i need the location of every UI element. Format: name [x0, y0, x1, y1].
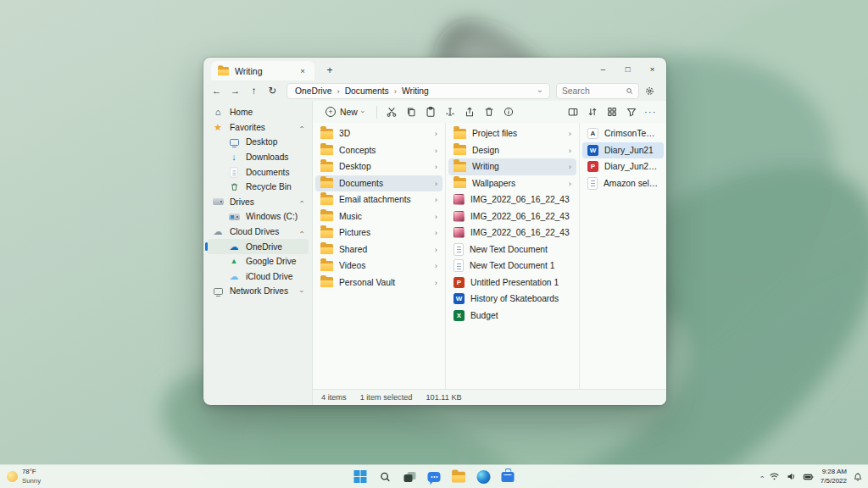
tab-close-icon[interactable]: ×	[297, 65, 309, 77]
tab-title: Writing	[235, 66, 292, 76]
breadcrumb-documents[interactable]: Documents	[345, 86, 389, 96]
sidebar-item-recycle-bin[interactable]: Recycle Bin	[207, 180, 309, 195]
sidebar-item-downloads[interactable]: ↓ Downloads	[207, 150, 309, 165]
sidebar-item-drives[interactable]: Drives ›	[207, 195, 309, 210]
file-row[interactable]: XBudget	[448, 308, 576, 324]
sidebar-item-home[interactable]: ⌂ Home	[207, 105, 309, 120]
breadcrumb[interactable]: OneDrive › Documents › Writing ›	[287, 83, 550, 99]
sidebar-item-windows-c[interactable]: Windows (C:)	[207, 209, 309, 225]
file-row[interactable]: Design›	[448, 142, 576, 159]
breadcrumb-writing[interactable]: Writing	[402, 86, 429, 96]
sidebar-item-google-drive[interactable]: ▲ Google Drive	[207, 254, 309, 269]
start-button[interactable]	[353, 469, 369, 485]
view-icon[interactable]	[603, 103, 620, 121]
taskbar-clock[interactable]: 9:28 AM 7/5/2022	[821, 468, 847, 485]
chevron-down-icon[interactable]: ›	[298, 291, 307, 293]
forward-button[interactable]: →	[227, 83, 243, 99]
maximize-button[interactable]: □	[615, 58, 640, 80]
toolbar-right: ···	[564, 103, 659, 121]
sidebar-item-network-drives[interactable]: Network Drives ›	[207, 284, 309, 299]
back-button[interactable]: ←	[209, 83, 225, 99]
chevron-up-icon[interactable]: ›	[298, 230, 307, 233]
store-button[interactable]	[500, 469, 516, 485]
filter-icon[interactable]	[622, 103, 640, 121]
item-name: Videos	[339, 261, 429, 270]
text-file-icon	[587, 177, 598, 190]
file-row[interactable]: WHistory of Skateboards	[448, 291, 576, 308]
close-button[interactable]: ×	[640, 58, 665, 80]
new-button[interactable]: + New ›	[320, 103, 370, 121]
details-pane-icon[interactable]	[564, 103, 581, 121]
new-tab-button[interactable]: +	[323, 64, 337, 77]
titlebar[interactable]: Writing × + – □ ×	[203, 58, 666, 80]
minimize-button[interactable]: –	[591, 58, 615, 80]
file-row[interactable]: New Text Document	[448, 241, 576, 258]
file-row-selected[interactable]: Writing›	[448, 158, 576, 175]
file-row[interactable]: Videos›	[315, 258, 442, 274]
share-icon[interactable]	[461, 103, 479, 121]
wifi-icon[interactable]	[769, 472, 780, 481]
file-row[interactable]: PDiary_Jun21 Exported	[582, 158, 664, 175]
rename-icon[interactable]	[442, 103, 459, 121]
file-row[interactable]: Wallpapers›	[448, 175, 576, 192]
file-row[interactable]: New Text Document 1	[448, 258, 576, 274]
file-row[interactable]: Pictures›	[315, 225, 442, 241]
chat-button[interactable]	[426, 469, 442, 485]
settings-gear-icon[interactable]	[642, 83, 658, 99]
notification-bell-icon[interactable]	[853, 472, 863, 482]
task-view-icon	[403, 472, 415, 482]
file-row[interactable]: Desktop›	[315, 158, 442, 175]
item-name: Project files	[472, 129, 563, 138]
folder-icon	[320, 211, 333, 221]
file-row[interactable]: IMG_2022_06_16_22_43	[448, 208, 576, 225]
file-row[interactable]: Amazon sellers newsletter	[582, 175, 664, 192]
file-row[interactable]: ACrimsonText-Regular	[582, 125, 664, 142]
file-row[interactable]: IMG_2022_06_16_22_43	[448, 191, 576, 208]
file-row[interactable]: Shared›	[315, 241, 442, 258]
chevron-up-icon[interactable]: ›	[298, 201, 307, 203]
edge-button[interactable]	[476, 469, 492, 485]
volume-icon[interactable]	[786, 472, 797, 481]
icloud-icon: ☁	[228, 272, 240, 281]
file-row[interactable]: Email attachments›	[315, 191, 442, 208]
sidebar-item-desktop[interactable]: Desktop	[207, 135, 309, 150]
file-row[interactable]: Project files›	[448, 125, 576, 142]
file-row[interactable]: PUntitled Presentation 1	[448, 274, 576, 291]
sort-icon[interactable]	[583, 103, 601, 121]
search-input[interactable]	[562, 86, 622, 96]
sidebar-item-documents[interactable]: Documents	[207, 164, 309, 180]
image-file-icon	[453, 211, 465, 222]
sidebar-item-favorites[interactable]: ★ Favorites ›	[207, 120, 309, 136]
explorer-tab[interactable]: Writing ×	[211, 61, 314, 80]
refresh-button[interactable]: ↻	[264, 83, 281, 99]
sidebar-item-onedrive[interactable]: ☁ OneDrive	[207, 239, 309, 254]
copy-icon[interactable]	[403, 103, 420, 121]
battery-icon[interactable]	[803, 473, 815, 481]
file-row-selected[interactable]: Documents›	[315, 175, 442, 192]
address-dropdown-icon[interactable]: ›	[536, 89, 545, 92]
item-name: Diary_Jun21 Exported	[604, 162, 659, 171]
file-explorer-button[interactable]	[451, 469, 467, 485]
weather-widget[interactable]: 78°F Sunny	[7, 468, 41, 485]
chevron-up-icon[interactable]: ›	[298, 126, 307, 129]
file-row[interactable]: Music›	[315, 208, 442, 225]
sidebar-item-icloud-drive[interactable]: ☁ iCloud Drive	[207, 269, 309, 285]
file-row[interactable]: Personal Vault›	[315, 274, 442, 291]
task-view-button[interactable]	[402, 469, 418, 485]
file-row[interactable]: IMG_2022_06_16_22_43	[448, 225, 576, 241]
file-row-selected[interactable]: WDiary_Jun21	[582, 142, 664, 159]
taskbar-search-button[interactable]	[377, 469, 393, 485]
cut-icon[interactable]	[383, 103, 401, 121]
font-file-icon: A	[587, 128, 598, 139]
sidebar-item-cloud-drives[interactable]: ☁ Cloud Drives ›	[207, 225, 309, 240]
paste-icon[interactable]	[422, 103, 440, 121]
properties-icon[interactable]	[500, 103, 518, 121]
file-row[interactable]: Concepts›	[315, 142, 442, 159]
up-button[interactable]: ↑	[246, 83, 262, 99]
hidden-icons-chevron[interactable]: ›	[757, 475, 765, 478]
file-row[interactable]: 3D›	[315, 125, 442, 142]
chevron-right-icon: ›	[435, 228, 437, 237]
delete-icon[interactable]	[481, 103, 498, 121]
more-icon[interactable]: ···	[642, 103, 659, 121]
breadcrumb-onedrive[interactable]: OneDrive	[295, 86, 332, 96]
